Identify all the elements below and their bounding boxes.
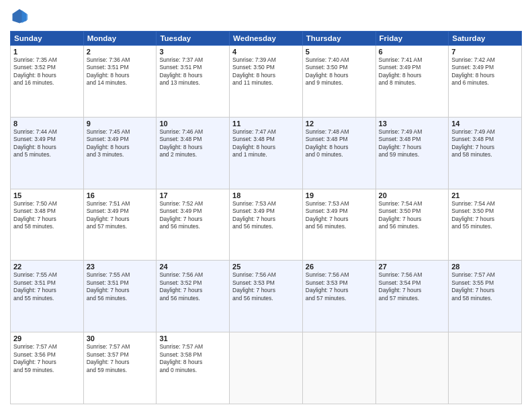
- calendar-cell: 8Sunrise: 7:44 AM Sunset: 3:49 PM Daylig…: [11, 117, 84, 189]
- day-number: 30: [87, 334, 154, 342]
- day-info: Sunrise: 7:37 AM Sunset: 3:51 PM Dayligh…: [159, 56, 226, 87]
- day-number: 12: [306, 120, 373, 128]
- day-info: Sunrise: 7:53 AM Sunset: 3:49 PM Dayligh…: [306, 200, 373, 231]
- day-number: 21: [451, 191, 519, 199]
- day-info: Sunrise: 7:40 AM Sunset: 3:50 PM Dayligh…: [306, 56, 373, 87]
- day-number: 26: [306, 263, 373, 271]
- day-info: Sunrise: 7:45 AM Sunset: 3:49 PM Dayligh…: [87, 128, 154, 159]
- calendar-cell: 30Sunrise: 7:57 AM Sunset: 3:57 PM Dayli…: [83, 332, 157, 404]
- day-number: 25: [232, 263, 300, 271]
- calendar-cell: 1Sunrise: 7:35 AM Sunset: 3:52 PM Daylig…: [11, 46, 84, 118]
- day-info: Sunrise: 7:42 AM Sunset: 3:49 PM Dayligh…: [451, 56, 519, 87]
- day-info: Sunrise: 7:49 AM Sunset: 3:48 PM Dayligh…: [379, 128, 446, 159]
- calendar-week-5: 29Sunrise: 7:57 AM Sunset: 3:56 PM Dayli…: [11, 332, 522, 404]
- day-number: 2: [87, 48, 154, 56]
- day-number: 1: [13, 48, 81, 56]
- day-info: Sunrise: 7:46 AM Sunset: 3:48 PM Dayligh…: [159, 128, 226, 159]
- day-info: Sunrise: 7:56 AM Sunset: 3:53 PM Dayligh…: [306, 271, 373, 302]
- calendar-cell: 27Sunrise: 7:56 AM Sunset: 3:54 PM Dayli…: [375, 261, 449, 332]
- day-number: 7: [451, 48, 519, 56]
- day-number: 3: [159, 48, 226, 56]
- day-number: 6: [379, 48, 446, 56]
- calendar-cell: 7Sunrise: 7:42 AM Sunset: 3:49 PM Daylig…: [449, 46, 522, 118]
- calendar-cell: 22Sunrise: 7:55 AM Sunset: 3:51 PM Dayli…: [11, 261, 84, 332]
- day-info: Sunrise: 7:53 AM Sunset: 3:49 PM Dayligh…: [232, 200, 300, 231]
- day-info: Sunrise: 7:56 AM Sunset: 3:52 PM Dayligh…: [159, 271, 226, 302]
- calendar-cell: 24Sunrise: 7:56 AM Sunset: 3:52 PM Dayli…: [157, 261, 230, 332]
- calendar-cell: 19Sunrise: 7:53 AM Sunset: 3:49 PM Dayli…: [302, 189, 375, 261]
- calendar-week-2: 8Sunrise: 7:44 AM Sunset: 3:49 PM Daylig…: [11, 117, 522, 189]
- day-header-monday: Monday: [83, 32, 157, 46]
- calendar-table: SundayMondayTuesdayWednesdayThursdayFrid…: [10, 31, 522, 404]
- day-number: 20: [379, 191, 446, 199]
- calendar-week-3: 15Sunrise: 7:50 AM Sunset: 3:48 PM Dayli…: [11, 189, 522, 261]
- calendar-cell: 6Sunrise: 7:41 AM Sunset: 3:49 PM Daylig…: [375, 46, 449, 118]
- day-info: Sunrise: 7:39 AM Sunset: 3:50 PM Dayligh…: [232, 56, 300, 87]
- page: SundayMondayTuesdayWednesdayThursdayFrid…: [0, 0, 532, 411]
- day-number: 23: [87, 263, 154, 271]
- day-header-tuesday: Tuesday: [157, 32, 230, 46]
- calendar-cell: 10Sunrise: 7:46 AM Sunset: 3:48 PM Dayli…: [157, 117, 230, 189]
- calendar-cell: [230, 332, 303, 404]
- day-number: 9: [87, 120, 154, 128]
- calendar-header-row: SundayMondayTuesdayWednesdayThursdayFrid…: [11, 32, 522, 46]
- calendar-cell: 12Sunrise: 7:48 AM Sunset: 3:48 PM Dayli…: [302, 117, 375, 189]
- day-info: Sunrise: 7:57 AM Sunset: 3:56 PM Dayligh…: [13, 343, 81, 374]
- day-number: 27: [379, 263, 446, 271]
- calendar-cell: 26Sunrise: 7:56 AM Sunset: 3:53 PM Dayli…: [302, 261, 375, 332]
- calendar-cell: 11Sunrise: 7:47 AM Sunset: 3:48 PM Dayli…: [230, 117, 303, 189]
- day-info: Sunrise: 7:35 AM Sunset: 3:52 PM Dayligh…: [13, 56, 81, 87]
- day-header-sunday: Sunday: [11, 32, 84, 46]
- day-info: Sunrise: 7:55 AM Sunset: 3:51 PM Dayligh…: [13, 271, 81, 302]
- day-info: Sunrise: 7:51 AM Sunset: 3:49 PM Dayligh…: [87, 200, 154, 231]
- day-number: 22: [13, 263, 81, 271]
- calendar-cell: 29Sunrise: 7:57 AM Sunset: 3:56 PM Dayli…: [11, 332, 84, 404]
- calendar-cell: 21Sunrise: 7:54 AM Sunset: 3:50 PM Dayli…: [449, 189, 522, 261]
- calendar-cell: [302, 332, 375, 404]
- calendar-cell: [375, 332, 449, 404]
- calendar-cell: [449, 332, 522, 404]
- calendar-cell: 15Sunrise: 7:50 AM Sunset: 3:48 PM Dayli…: [11, 189, 84, 261]
- day-number: 10: [159, 120, 226, 128]
- calendar-cell: 17Sunrise: 7:52 AM Sunset: 3:49 PM Dayli…: [157, 189, 230, 261]
- calendar-cell: 3Sunrise: 7:37 AM Sunset: 3:51 PM Daylig…: [157, 46, 230, 118]
- day-info: Sunrise: 7:57 AM Sunset: 3:58 PM Dayligh…: [159, 343, 226, 374]
- svg-marker-1: [22, 10, 28, 23]
- day-number: 16: [87, 191, 154, 199]
- calendar-cell: 4Sunrise: 7:39 AM Sunset: 3:50 PM Daylig…: [230, 46, 303, 118]
- calendar-cell: 9Sunrise: 7:45 AM Sunset: 3:49 PM Daylig…: [83, 117, 157, 189]
- calendar-cell: 20Sunrise: 7:54 AM Sunset: 3:50 PM Dayli…: [375, 189, 449, 261]
- day-number: 5: [306, 48, 373, 56]
- day-info: Sunrise: 7:54 AM Sunset: 3:50 PM Dayligh…: [379, 200, 446, 231]
- day-info: Sunrise: 7:49 AM Sunset: 3:48 PM Dayligh…: [451, 128, 519, 159]
- day-header-wednesday: Wednesday: [230, 32, 303, 46]
- day-number: 11: [232, 120, 300, 128]
- day-info: Sunrise: 7:55 AM Sunset: 3:51 PM Dayligh…: [87, 271, 154, 302]
- calendar-cell: 18Sunrise: 7:53 AM Sunset: 3:49 PM Dayli…: [230, 189, 303, 261]
- calendar-cell: 14Sunrise: 7:49 AM Sunset: 3:48 PM Dayli…: [449, 117, 522, 189]
- day-number: 18: [232, 191, 300, 199]
- calendar-cell: 13Sunrise: 7:49 AM Sunset: 3:48 PM Dayli…: [375, 117, 449, 189]
- day-info: Sunrise: 7:47 AM Sunset: 3:48 PM Dayligh…: [232, 128, 300, 159]
- day-number: 17: [159, 191, 226, 199]
- calendar-cell: 5Sunrise: 7:40 AM Sunset: 3:50 PM Daylig…: [302, 46, 375, 118]
- day-number: 13: [379, 120, 446, 128]
- day-number: 19: [306, 191, 373, 199]
- day-info: Sunrise: 7:56 AM Sunset: 3:53 PM Dayligh…: [232, 271, 300, 302]
- day-info: Sunrise: 7:50 AM Sunset: 3:48 PM Dayligh…: [13, 200, 81, 231]
- calendar-cell: 16Sunrise: 7:51 AM Sunset: 3:49 PM Dayli…: [83, 189, 157, 261]
- day-info: Sunrise: 7:44 AM Sunset: 3:49 PM Dayligh…: [13, 128, 81, 159]
- header: [10, 7, 522, 26]
- day-number: 4: [232, 48, 300, 56]
- calendar-cell: 25Sunrise: 7:56 AM Sunset: 3:53 PM Dayli…: [230, 261, 303, 332]
- calendar-cell: 23Sunrise: 7:55 AM Sunset: 3:51 PM Dayli…: [83, 261, 157, 332]
- day-header-thursday: Thursday: [302, 32, 375, 46]
- day-info: Sunrise: 7:57 AM Sunset: 3:55 PM Dayligh…: [451, 271, 519, 302]
- day-number: 15: [13, 191, 81, 199]
- calendar-week-1: 1Sunrise: 7:35 AM Sunset: 3:52 PM Daylig…: [11, 46, 522, 118]
- day-info: Sunrise: 7:41 AM Sunset: 3:49 PM Dayligh…: [379, 56, 446, 87]
- logo: [10, 7, 32, 26]
- day-info: Sunrise: 7:52 AM Sunset: 3:49 PM Dayligh…: [159, 200, 226, 231]
- calendar-cell: 31Sunrise: 7:57 AM Sunset: 3:58 PM Dayli…: [157, 332, 230, 404]
- day-number: 24: [159, 263, 226, 271]
